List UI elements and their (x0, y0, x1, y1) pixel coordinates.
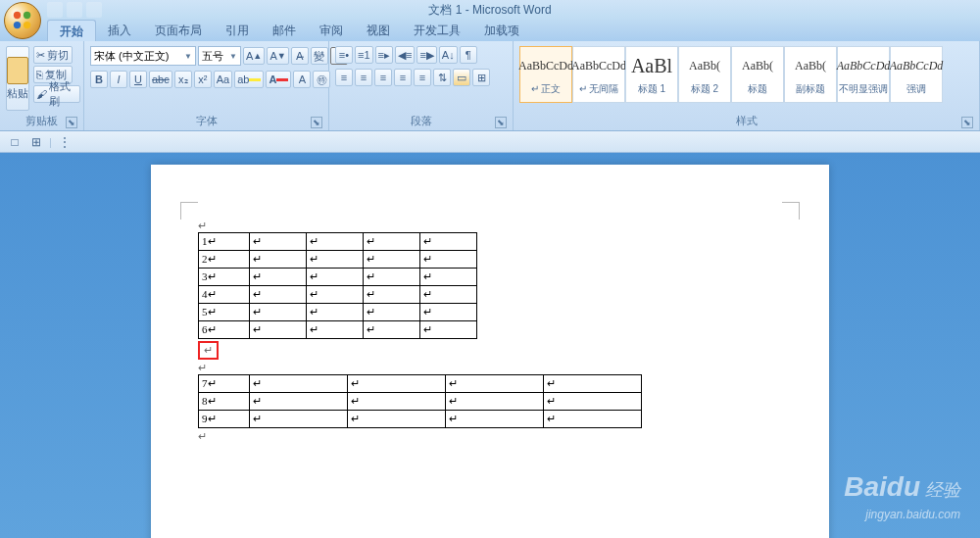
office-button[interactable] (4, 2, 41, 39)
qat-redo-icon[interactable] (86, 2, 102, 18)
table-row[interactable]: 8↵↵↵↵↵ (199, 393, 642, 411)
table-cell[interactable]: ↵ (250, 375, 348, 393)
table-cell[interactable]: 2↵ (199, 251, 250, 269)
style-7[interactable]: AaBbCcDd强调 (890, 46, 943, 103)
table-cell[interactable]: ↵ (307, 321, 364, 339)
indent-inc-button[interactable]: ≡▶ (416, 46, 436, 64)
table-cell[interactable]: ↵ (420, 269, 477, 286)
table-cell[interactable]: ↵ (364, 269, 420, 286)
font-color-button[interactable]: A (266, 71, 291, 88)
numbering-button[interactable]: ≡1 (355, 46, 373, 64)
align-distribute-button[interactable]: ≡ (414, 69, 431, 86)
table-cell[interactable]: ↵ (446, 375, 544, 393)
style-2[interactable]: AaBl标题 1 (625, 46, 678, 103)
tab-mailings[interactable]: 邮件 (261, 20, 308, 41)
align-center-button[interactable]: ≡ (355, 69, 372, 86)
tab-home[interactable]: 开始 (47, 20, 96, 41)
bullets-button[interactable]: ≡• (335, 46, 353, 64)
paragraph-launcher[interactable]: ⬊ (495, 117, 507, 128)
table-cell[interactable]: 6↵ (199, 321, 250, 339)
table-cell[interactable]: ↵ (420, 286, 477, 304)
indent-dec-button[interactable]: ◀≡ (395, 46, 415, 64)
table-cell[interactable]: 7↵ (199, 375, 250, 393)
style-1[interactable]: AaBbCcDd↵ 无间隔 (572, 46, 625, 103)
table-row[interactable]: 7↵↵↵↵↵ (199, 375, 642, 393)
table-cell[interactable]: ↵ (250, 251, 307, 269)
style-6[interactable]: AaBbCcDd不明显强调 (837, 46, 890, 103)
tb-icon-2[interactable]: ⊞ (27, 133, 45, 151)
table-row[interactable]: 3↵↵↵↵↵ (199, 269, 477, 286)
tab-insert[interactable]: 插入 (96, 20, 143, 41)
paste-button[interactable]: 粘贴 (6, 46, 29, 111)
sort-button[interactable]: A↓ (439, 46, 458, 64)
table-cell[interactable]: ↵ (364, 304, 420, 321)
table-cell[interactable]: 3↵ (199, 269, 250, 286)
table-cell[interactable]: ↵ (307, 233, 364, 251)
style-4[interactable]: AaBb(标题 (731, 46, 784, 103)
document-page[interactable]: ↵ 1↵↵↵↵↵2↵↵↵↵↵3↵↵↵↵↵4↵↵↵↵↵5↵↵↵↵↵6↵↵↵↵↵ ↵… (151, 165, 829, 538)
enclose-char-button[interactable]: ㊕ (313, 71, 330, 88)
table-row[interactable]: 2↵↵↵↵↵ (199, 251, 477, 269)
table-cell[interactable]: ↵ (250, 286, 307, 304)
font-launcher[interactable]: ⬊ (311, 117, 322, 128)
table-cell[interactable]: ↵ (364, 233, 420, 251)
show-marks-button[interactable]: ¶ (460, 46, 477, 64)
table-cell[interactable]: ↵ (348, 375, 446, 393)
table-cell[interactable]: ↵ (364, 321, 420, 339)
table-cell[interactable]: ↵ (364, 286, 420, 304)
table-row[interactable]: 6↵↵↵↵↵ (199, 321, 477, 339)
table-cell[interactable]: ↵ (307, 269, 364, 286)
align-right-button[interactable]: ≡ (374, 69, 392, 86)
table-cell[interactable]: ↵ (544, 411, 642, 428)
table-cell[interactable]: ↵ (250, 269, 307, 286)
shading-button[interactable]: ▭ (453, 69, 470, 86)
multilevel-button[interactable]: ≡▸ (375, 46, 393, 64)
tab-pagelayout[interactable]: 页面布局 (143, 20, 214, 41)
shrink-font-button[interactable]: A▼ (267, 47, 288, 65)
table-cell[interactable]: ↵ (307, 286, 364, 304)
tb-icon-3[interactable]: ⋮ (56, 133, 74, 151)
table-cell[interactable]: 5↵ (199, 304, 250, 321)
table-cell[interactable]: ↵ (250, 321, 307, 339)
table-cell[interactable]: ↵ (307, 251, 364, 269)
table-cell[interactable]: ↵ (250, 411, 348, 428)
tb-icon-1[interactable]: □ (6, 133, 24, 151)
change-case-button[interactable]: Aa (214, 71, 232, 88)
phonetic-button[interactable]: 變 (311, 47, 328, 65)
table-cell[interactable]: ↵ (348, 393, 446, 411)
cut-button[interactable]: ✂剪切 (33, 46, 73, 64)
table-cell[interactable]: ↵ (420, 321, 477, 339)
underline-button[interactable]: U (129, 71, 147, 88)
style-5[interactable]: AaBb(副标题 (784, 46, 837, 103)
style-3[interactable]: AaBb(标题 2 (678, 46, 731, 103)
table-cell[interactable]: ↵ (307, 304, 364, 321)
strike-button[interactable]: abc (149, 71, 172, 88)
table-cell[interactable]: 1↵ (199, 233, 250, 251)
tab-view[interactable]: 视图 (355, 20, 402, 41)
tab-references[interactable]: 引用 (214, 20, 261, 41)
tab-developer[interactable]: 开发工具 (402, 20, 472, 41)
styles-launcher[interactable]: ⬊ (961, 117, 973, 128)
table-cell[interactable]: ↵ (446, 411, 544, 428)
table-cell[interactable]: ↵ (420, 304, 477, 321)
clipboard-launcher[interactable]: ⬊ (66, 117, 77, 128)
tab-review[interactable]: 审阅 (308, 20, 355, 41)
table-row[interactable]: 1↵↵↵↵↵ (199, 233, 477, 251)
highlight-button[interactable]: ab (234, 71, 264, 88)
subscript-button[interactable]: x₂ (174, 71, 192, 88)
table-row[interactable]: 9↵↵↵↵↵ (199, 411, 642, 428)
table-row[interactable]: 4↵↵↵↵↵ (199, 286, 477, 304)
italic-button[interactable]: I (110, 71, 127, 88)
table-cell[interactable]: ↵ (446, 393, 544, 411)
table-cell[interactable]: ↵ (420, 233, 477, 251)
table-cell[interactable]: 9↵ (199, 411, 250, 428)
clear-format-button[interactable]: A̶ (291, 47, 309, 65)
format-painter-button[interactable]: 🖌格式刷 (33, 85, 80, 103)
table-cell[interactable]: ↵ (250, 304, 307, 321)
table-cell[interactable]: ↵ (250, 233, 307, 251)
table-cell[interactable]: ↵ (250, 393, 348, 411)
table-cell[interactable]: 8↵ (199, 393, 250, 411)
line-spacing-button[interactable]: ⇅ (433, 69, 451, 86)
font-name-select[interactable]: 宋体 (中文正文)▼ (90, 46, 196, 66)
table-2[interactable]: 7↵↵↵↵↵8↵↵↵↵↵9↵↵↵↵↵ (198, 374, 642, 428)
